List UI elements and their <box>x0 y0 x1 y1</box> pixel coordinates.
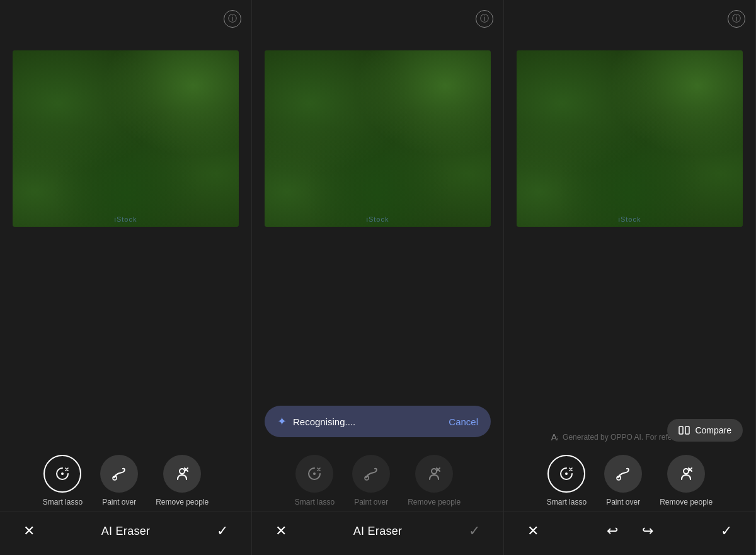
watermark-1: iStock <box>115 215 137 223</box>
svg-rect-89 <box>685 426 689 434</box>
remove-people-label-3b: Remove people <box>660 498 713 506</box>
close-button-2[interactable]: ✕ <box>270 520 292 542</box>
remove-people-circle-3 <box>667 455 705 493</box>
remove-people-label-1: Remove people <box>156 498 209 506</box>
paint-over-label-3: Paint over <box>606 498 640 506</box>
bottom-bar-3: ✕ ↩ ↪ ✓ <box>504 512 755 555</box>
image-area-3: iStock <box>517 50 743 227</box>
tools-row-2: Smart lasso Paint over Remo <box>252 447 503 512</box>
remove-people-circle-1 <box>163 455 201 493</box>
redo-button[interactable]: ↪ <box>636 520 659 542</box>
bottom-title-1: AI Eraser <box>101 525 151 538</box>
info-button-2[interactable]: ⓘ <box>476 10 493 28</box>
paint-over-circle-2 <box>352 455 390 493</box>
tool-paint-over-3[interactable]: Paint over <box>604 455 642 506</box>
bottom-bar-2: ✕ AI Eraser ✓ <box>252 512 503 555</box>
tools-row-1: Smart lasso Paint over Remo <box>0 447 251 512</box>
svg-point-92 <box>684 469 689 474</box>
remove-people-circle-2 <box>415 455 453 493</box>
info-button-3[interactable]: ⓘ <box>728 10 745 28</box>
recognising-left: ✦ Recognising.... <box>277 415 355 428</box>
remove-people-label-3: Remove people <box>408 498 461 506</box>
recognising-banner: ✦ Recognising.... Cancel <box>265 406 491 437</box>
svg-point-59 <box>432 469 437 474</box>
confirm-button-3[interactable]: ✓ <box>715 520 738 542</box>
smart-lasso-label-2: Smart lasso <box>295 498 335 506</box>
tool-smart-lasso-3[interactable]: Smart lasso <box>547 455 587 506</box>
smart-lasso-circle-1 <box>43 455 81 493</box>
recognising-text: Recognising.... <box>293 416 355 427</box>
info-button-1[interactable]: ⓘ <box>224 10 241 28</box>
smart-lasso-circle-2 <box>295 455 333 493</box>
watermark-2: iStock <box>367 215 389 223</box>
panel-2: ⓘ <box>252 0 504 555</box>
svg-point-57 <box>313 472 316 475</box>
tool-smart-lasso-1[interactable]: Smart lasso <box>43 455 83 506</box>
tool-paint-over-2[interactable]: Paint over <box>352 455 390 506</box>
bottom-title-2: AI Eraser <box>353 525 403 538</box>
svg-rect-88 <box>679 426 683 434</box>
undo-button[interactable]: ↩ <box>601 520 624 542</box>
paint-over-label-1: Paint over <box>102 498 136 506</box>
svg-point-90 <box>565 472 568 475</box>
undo-redo-group: ↩ ↪ <box>601 520 659 542</box>
tool-remove-people-3[interactable]: Remove people <box>660 455 713 506</box>
paint-over-circle-3 <box>604 455 642 493</box>
tool-smart-lasso-2[interactable]: Smart lasso <box>295 455 335 506</box>
close-button-3[interactable]: ✕ <box>522 520 544 542</box>
ai-logo-icon: Aᵢ <box>551 432 559 442</box>
tool-remove-people-1[interactable]: Remove people <box>156 455 209 506</box>
panel-3: ⓘ <box>504 0 756 555</box>
cancel-recognising-button[interactable]: Cancel <box>449 416 478 427</box>
image-area-1: iStock <box>13 50 239 227</box>
panel-1: ⓘ <box>0 0 252 555</box>
svg-point-30 <box>180 469 185 474</box>
smart-lasso-label-3: Smart lasso <box>547 498 587 506</box>
smart-lasso-circle-3 <box>547 455 585 493</box>
compare-label: Compare <box>695 425 731 435</box>
confirm-button-1[interactable]: ✓ <box>211 520 234 542</box>
paint-over-label-2: Paint over <box>354 498 388 506</box>
watermark-3: iStock <box>619 215 641 223</box>
confirm-button-2[interactable]: ✓ <box>463 520 486 542</box>
tools-row-3: Smart lasso Paint over Remo <box>504 447 755 512</box>
compare-button[interactable]: Compare <box>667 419 743 442</box>
svg-point-28 <box>61 472 64 475</box>
paint-over-circle-1 <box>100 455 138 493</box>
bottom-bar-1: ✕ AI Eraser ✓ <box>0 512 251 555</box>
ai-sparkle-icon: ✦ <box>277 415 287 428</box>
tool-paint-over-1[interactable]: Paint over <box>100 455 138 506</box>
image-area-2: iStock <box>265 50 491 227</box>
close-button-1[interactable]: ✕ <box>18 520 40 542</box>
smart-lasso-label-1: Smart lasso <box>43 498 83 506</box>
tool-remove-people-2[interactable]: Remove people <box>408 455 461 506</box>
